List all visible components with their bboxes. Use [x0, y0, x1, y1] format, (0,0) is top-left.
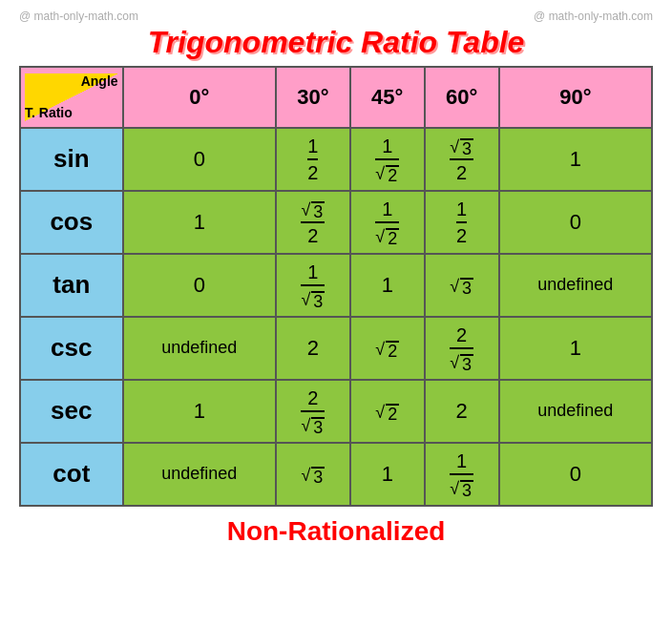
sec-label: sec [20, 380, 123, 443]
trig-table: Angle T. Ratio 0° 30° 45° 60° 90° sin 0 … [19, 66, 653, 507]
footer-label: Non-Rationalized [227, 516, 446, 547]
csc-30: 2 [276, 317, 350, 380]
watermark-right: @ math-only-math.com [534, 10, 653, 23]
csc-90: 1 [499, 317, 652, 380]
sin-90: 1 [499, 128, 652, 191]
sin-0: 0 [123, 128, 276, 191]
sec-90: undefined [499, 380, 652, 443]
cot-30: √ 3 [276, 443, 350, 506]
table-row-cos: cos 1 √ 3 2 1 [20, 191, 652, 254]
sin-45: 1 √ 2 [350, 128, 425, 191]
fraction-tan-30: 1 √ 3 [301, 261, 325, 310]
tan-90: undefined [499, 254, 652, 317]
watermark-left: @ math-only-math.com [19, 10, 138, 23]
tan-30: 1 √ 3 [276, 254, 350, 317]
table-row-sec: sec 1 2 √ 3 √ [20, 380, 652, 443]
tan-label: tan [20, 254, 123, 317]
watermark: @ math-only-math.com @ math-only-math.co… [19, 10, 653, 23]
cot-90: 0 [499, 443, 652, 506]
fraction-cot-60: 1 √ 3 [450, 449, 473, 499]
sec-45: √ 2 [350, 380, 425, 443]
csc-0: undefined [123, 317, 276, 380]
table-container: Angle T. Ratio 0° 30° 45° 60° 90° sin 0 … [19, 66, 653, 507]
fraction-cos-30: √ 3 2 [301, 198, 325, 247]
cos-label: cos [20, 191, 123, 254]
page-title: Trigonometric Ratio Table [148, 25, 525, 60]
sin-60: √ 3 2 [425, 128, 499, 191]
header-45deg: 45° [350, 67, 425, 128]
csc-60: 2 √ 3 [425, 317, 499, 380]
table-row-tan: tan 0 1 √ 3 1 [20, 254, 652, 317]
tan-60: √ 3 [425, 254, 499, 317]
header-60deg: 60° [425, 67, 499, 128]
fraction-sin-60: √ 3 2 [450, 135, 473, 184]
fraction-cos-60: 1 2 [456, 198, 467, 247]
cos-60: 1 2 [425, 191, 499, 254]
sin-30: 1 2 [276, 128, 350, 191]
csc-45: √ 2 [350, 317, 425, 380]
table-row-csc: csc undefined 2 √ 2 2 √ 3 [20, 317, 652, 380]
angle-label: Angle [81, 73, 118, 90]
csc-label: csc [20, 317, 123, 380]
table-row-sin: sin 0 1 2 1 √ 2 [20, 128, 652, 191]
ratio-label: T. Ratio [25, 105, 73, 121]
header-30deg: 30° [276, 67, 350, 128]
cot-0: undefined [123, 443, 276, 506]
sin-label: sin [20, 128, 123, 191]
cos-0: 1 [123, 191, 276, 254]
fraction-cos-45: 1 √ 2 [375, 198, 399, 247]
cos-90: 0 [499, 191, 652, 254]
fraction-sin-30: 1 2 [307, 135, 318, 184]
fraction-sin-45: 1 √ 2 [375, 135, 399, 184]
sec-60: 2 [425, 380, 499, 443]
fraction-csc-60: 2 √ 3 [450, 323, 473, 373]
cot-label: cot [20, 443, 123, 506]
sec-30: 2 √ 3 [276, 380, 350, 443]
header-90deg: 90° [499, 67, 652, 128]
cos-45: 1 √ 2 [350, 191, 425, 254]
tan-0: 0 [123, 254, 276, 317]
tan-45: 1 [350, 254, 425, 317]
header-0deg: 0° [123, 67, 276, 128]
cot-60: 1 √ 3 [425, 443, 499, 506]
cos-30: √ 3 2 [276, 191, 350, 254]
table-row-cot: cot undefined √ 3 1 1 √ 3 [20, 443, 652, 506]
sec-0: 1 [123, 380, 276, 443]
cot-45: 1 [350, 443, 425, 506]
angle-ratio-cell: Angle T. Ratio [20, 67, 123, 128]
header-row: Angle T. Ratio 0° 30° 45° 60° 90° [20, 67, 652, 128]
fraction-sec-30: 2 √ 3 [301, 386, 325, 436]
